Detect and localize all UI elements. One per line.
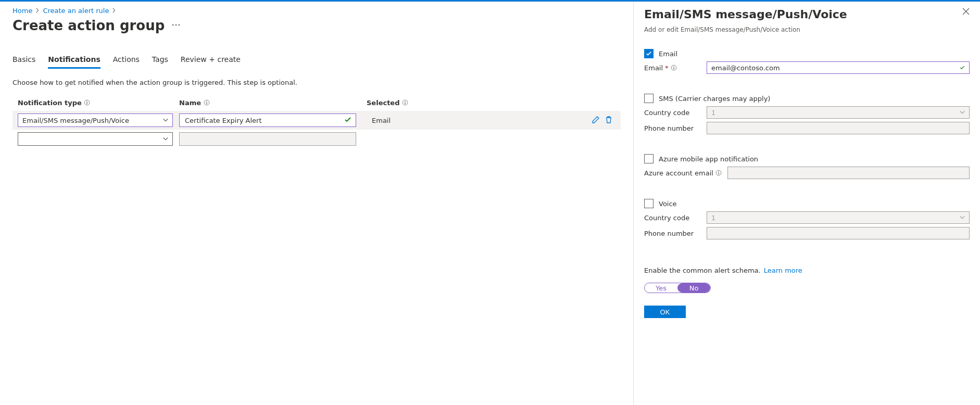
col-name-label: Name	[179, 99, 201, 107]
notification-row-empty	[12, 130, 621, 148]
sms-country-select: 1	[707, 106, 970, 119]
breadcrumb-alert-rule[interactable]: Create an alert rule	[43, 7, 109, 15]
voice-phone-label: Phone number	[644, 230, 707, 237]
voice-checkbox-label: Voice	[659, 200, 677, 208]
svg-point-16	[718, 171, 719, 172]
country-code-label: Country code	[644, 109, 707, 117]
ok-button[interactable]: OK	[644, 306, 686, 318]
email-input[interactable]: email@contoso.com	[707, 61, 970, 74]
side-panel: Email/SMS message/Push/Voice Add or edit…	[634, 2, 980, 405]
email-checkbox-label: Email	[659, 50, 677, 58]
notification-row[interactable]: Email/SMS message/Push/Voice Certificate…	[12, 111, 621, 130]
push-checkbox[interactable]	[644, 154, 654, 163]
info-icon[interactable]	[204, 99, 210, 107]
main-area: Home Create an alert rule Create action …	[0, 2, 634, 405]
svg-point-2	[179, 24, 180, 26]
selected-text: Email	[367, 117, 391, 124]
info-icon[interactable]	[84, 99, 90, 107]
page-title: Create action group	[12, 18, 165, 33]
more-icon[interactable]	[172, 21, 180, 31]
helper-text: Choose how to get notified when the acti…	[12, 79, 621, 86]
notification-type-select[interactable]: Email/SMS message/Push/Voice	[18, 113, 173, 127]
tab-basics[interactable]: Basics	[12, 52, 35, 69]
tabs: Basics Notifications Actions Tags Review…	[12, 52, 621, 69]
voice-country-value: 1	[711, 214, 715, 222]
toggle-no[interactable]: No	[677, 283, 710, 293]
learn-more-link[interactable]: Learn more	[764, 267, 802, 274]
svg-rect-5	[87, 102, 87, 104]
voice-checkbox[interactable]	[644, 199, 654, 208]
chevron-right-icon	[112, 7, 116, 15]
sms-country-value: 1	[711, 109, 715, 117]
sms-checkbox-label: SMS (Carrier charges may apply)	[659, 95, 770, 103]
chevron-down-icon	[960, 109, 965, 117]
svg-point-7	[206, 101, 207, 102]
notification-type-select-empty[interactable]	[18, 132, 173, 146]
svg-rect-11	[405, 102, 405, 104]
chevron-down-icon	[163, 117, 168, 124]
breadcrumb: Home Create an alert rule	[12, 7, 621, 15]
close-icon[interactable]	[962, 8, 970, 17]
tab-notifications[interactable]: Notifications	[48, 52, 100, 69]
notification-name-input-disabled	[179, 132, 356, 146]
notification-name-value: Certificate Expiry Alert	[185, 117, 262, 124]
panel-subtitle: Add or edit Email/SMS message/Push/Voice…	[644, 26, 970, 33]
col-type-label: Notification type	[18, 99, 82, 107]
sms-phone-input	[707, 122, 970, 134]
svg-rect-17	[718, 172, 719, 174]
required-icon: *	[665, 64, 669, 72]
col-selected-label: Selected	[367, 99, 400, 107]
svg-point-1	[175, 24, 177, 26]
voice-country-label: Country code	[644, 214, 707, 222]
svg-point-13	[673, 66, 674, 67]
email-label: Email	[644, 64, 663, 72]
schema-text: Enable the common alert schema.	[644, 267, 761, 274]
notification-type-value: Email/SMS message/Push/Voice	[22, 117, 129, 124]
svg-point-4	[87, 101, 88, 102]
info-icon[interactable]	[715, 169, 722, 177]
svg-point-10	[405, 101, 406, 102]
grid-header: Notification type Name Selected	[12, 94, 621, 111]
push-checkbox-label: Azure mobile app notification	[659, 155, 758, 163]
check-icon	[344, 116, 351, 125]
phone-label: Phone number	[644, 124, 707, 132]
azure-email-label: Azure account email	[644, 169, 713, 177]
email-checkbox[interactable]	[644, 49, 654, 58]
tab-tags[interactable]: Tags	[152, 52, 168, 69]
svg-rect-8	[206, 102, 207, 104]
schema-toggle[interactable]: Yes No	[644, 283, 711, 293]
tab-actions[interactable]: Actions	[113, 52, 140, 69]
notification-name-input[interactable]: Certificate Expiry Alert	[179, 113, 356, 127]
svg-rect-14	[673, 67, 674, 69]
sms-checkbox[interactable]	[644, 94, 654, 103]
azure-email-input	[727, 167, 970, 179]
panel-title: Email/SMS message/Push/Voice	[644, 8, 847, 21]
tab-review[interactable]: Review + create	[181, 52, 241, 69]
chevron-down-icon	[960, 214, 965, 222]
email-value: email@contoso.com	[711, 64, 780, 72]
chevron-down-icon	[163, 135, 168, 143]
info-icon[interactable]	[671, 64, 677, 72]
voice-phone-input	[707, 227, 970, 239]
info-icon[interactable]	[402, 99, 408, 107]
check-icon	[960, 64, 965, 72]
toggle-yes[interactable]: Yes	[645, 283, 677, 293]
svg-point-0	[172, 24, 174, 26]
edit-icon[interactable]	[592, 116, 600, 125]
delete-icon[interactable]	[605, 116, 612, 125]
voice-country-select: 1	[707, 211, 970, 224]
chevron-right-icon	[35, 7, 40, 15]
breadcrumb-home[interactable]: Home	[12, 7, 32, 15]
